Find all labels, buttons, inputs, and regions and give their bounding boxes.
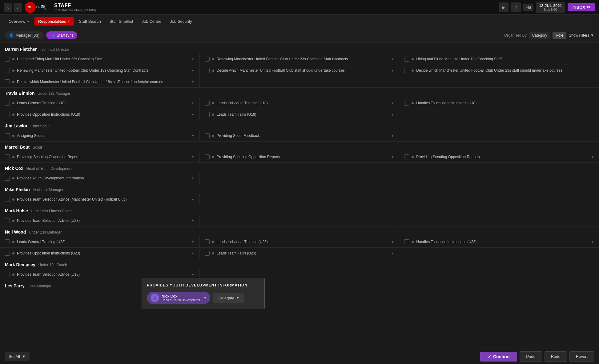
help-btn-1[interactable]: ▶ — [499, 2, 509, 12]
delegate-button[interactable]: Delegate ▼ — [213, 293, 244, 303]
chevron-down-icon[interactable]: ▼ — [391, 69, 394, 72]
resp-check[interactable] — [404, 68, 409, 73]
resp-check[interactable] — [205, 68, 210, 73]
filter-bar-right: Organised By Category Role Show Filters … — [504, 32, 594, 39]
chevron-down-icon: ▼ — [590, 33, 594, 38]
resp-check[interactable] — [5, 239, 10, 244]
resp-check[interactable] — [205, 112, 210, 117]
nav-job-security-label: Job Security — [170, 19, 192, 24]
chevron-down-icon[interactable]: ▼ — [191, 69, 195, 72]
chevron-down-icon[interactable]: ▼ — [391, 240, 394, 244]
resp-dot — [12, 70, 14, 72]
resp-check[interactable] — [5, 197, 10, 202]
resp-cell — [399, 215, 599, 226]
resp-row: Provides Opposition Instructions (U18) ▼… — [0, 109, 599, 120]
resp-check[interactable] — [5, 251, 10, 256]
resp-cell: Leads General Training (U23) ▼ — [0, 236, 200, 247]
nav-arrows: ‹ › — [4, 3, 22, 12]
resp-check[interactable] — [404, 101, 409, 106]
staff-name: Mark Hulse — [5, 208, 28, 213]
resp-check[interactable] — [205, 57, 210, 62]
manager-tab[interactable]: 👤 Manager (63) — [5, 31, 44, 39]
resp-row: Assigning Scouts ▼ Providing Scout Feedb… — [0, 130, 599, 142]
resp-check[interactable] — [5, 176, 10, 181]
resp-text: Provides Team Selection Advice (Manchest… — [17, 197, 189, 202]
chevron-down-icon[interactable]: ▼ — [191, 177, 195, 180]
resp-cell: Providing Scouting Opposition Reports ▼ — [200, 151, 400, 162]
chevron-down-icon[interactable]: ▼ — [591, 240, 594, 244]
chevron-down-icon[interactable]: ▼ — [191, 155, 195, 159]
chevron-down-icon[interactable]: ▼ — [191, 58, 195, 61]
chevron-down-icon[interactable]: ▼ — [191, 134, 195, 138]
role-btn[interactable]: Role — [553, 32, 566, 39]
resp-cell: Decide which Manchester United Football … — [200, 65, 400, 76]
staff-name: Travis Binnion — [5, 91, 34, 96]
chevron-down-icon[interactable]: ▼ — [391, 58, 394, 61]
chevron-down-icon[interactable]: ▼ — [191, 113, 195, 116]
resp-check[interactable] — [5, 218, 10, 223]
resp-dot — [212, 252, 214, 254]
staff-section-mike-phelan: Mike Phelan Assistant Manager Provides T… — [0, 185, 599, 205]
nav-job-centre[interactable]: Job Centre — [138, 17, 165, 26]
resp-cell: Leads Individual Training (U18) ▼ — [200, 98, 400, 109]
nav-staff-search[interactable]: Staff Search — [75, 17, 104, 26]
resp-check[interactable] — [5, 272, 10, 277]
resp-check[interactable] — [5, 79, 10, 84]
chevron-down-icon[interactable]: ▼ — [191, 252, 195, 255]
chevron-down-icon[interactable]: ▼ — [191, 102, 195, 105]
revert-button[interactable]: Revert — [569, 351, 594, 362]
chevron-down-icon[interactable]: ▼ — [191, 219, 195, 222]
chevron-down-icon[interactable]: ▼ — [191, 240, 195, 244]
resp-dot — [212, 135, 214, 137]
resp-check[interactable] — [404, 239, 409, 244]
staff-header-mike-phelan: Mike Phelan Assistant Manager — [0, 185, 599, 194]
help-btn-2[interactable]: ? — [511, 2, 521, 12]
resp-check[interactable] — [205, 251, 210, 256]
resp-cell — [399, 76, 599, 87]
resp-text: Provides Team Selection Advice (U23) — [17, 218, 189, 223]
resp-check[interactable] — [5, 101, 10, 106]
nav-overview[interactable]: Overview ▼ — [5, 17, 33, 26]
nav-responsibilities[interactable]: Responsibilities ▼ — [34, 17, 74, 26]
chevron-down-icon[interactable]: ▼ — [191, 198, 195, 201]
set-all-button[interactable]: Set All ▼ — [5, 352, 30, 361]
show-filters-button[interactable]: Show Filters ▼ — [569, 33, 594, 38]
chevron-down-icon[interactable]: ▼ — [591, 155, 594, 159]
person-tag[interactable]: 👤 Nick Cox Head of Youth Development ▼ — [147, 292, 210, 304]
confirm-button[interactable]: ✓ Confirm — [480, 352, 517, 362]
back-button[interactable]: ‹ — [4, 3, 12, 12]
chevron-down-icon[interactable]: ▼ — [391, 113, 394, 116]
redo-button[interactable]: Redo — [545, 351, 567, 362]
date-main: 12 JUL 2021 — [539, 3, 562, 8]
resp-check[interactable] — [205, 154, 210, 159]
resp-check[interactable] — [205, 239, 210, 244]
resp-check[interactable] — [5, 112, 10, 117]
undo-button[interactable]: Undo — [520, 351, 542, 362]
chevron-down-icon[interactable]: ▼ — [391, 155, 394, 159]
resp-check[interactable] — [205, 133, 210, 138]
resp-text: Provides Team Selection Advice (U18) — [17, 272, 189, 277]
resp-check[interactable] — [404, 154, 409, 159]
date-box: 12 JUL 2021 Mon 9:00 — [536, 2, 565, 13]
resp-dot — [12, 156, 14, 158]
resp-check[interactable] — [205, 101, 210, 106]
resp-check[interactable] — [5, 154, 10, 159]
category-btn[interactable]: Category — [529, 32, 550, 39]
staff-header-mark-hulse: Mark Hulse Under 23s Fitness Coach — [0, 206, 599, 215]
chevron-down-icon[interactable]: ▼ — [391, 252, 394, 255]
staff-tab[interactable]: 👥 Staff (34) — [46, 31, 77, 39]
staff-icon: 👥 — [50, 33, 55, 37]
resp-row: Leads General Training (U23) ▼ Leads Ind… — [0, 236, 599, 248]
resp-check[interactable] — [5, 133, 10, 138]
chevron-down-icon[interactable]: ▼ — [191, 80, 195, 84]
resp-check[interactable] — [5, 68, 10, 73]
resp-check[interactable] — [5, 57, 10, 62]
chevron-down-icon[interactable]: ▼ — [191, 273, 195, 276]
chevron-down-icon[interactable]: ▼ — [391, 102, 394, 105]
chevron-down-icon[interactable]: ▼ — [391, 134, 394, 138]
nav-job-security[interactable]: Job Security — [166, 17, 196, 26]
forward-button[interactable]: › — [14, 3, 22, 12]
nav-staff-shortlist[interactable]: Staff Shortlist — [106, 17, 137, 26]
inbox-button[interactable]: INBOX ✉ — [568, 3, 595, 11]
resp-check[interactable] — [404, 57, 409, 62]
